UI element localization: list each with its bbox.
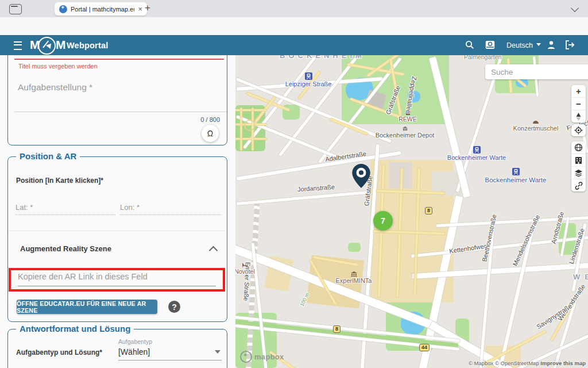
user-profile-icon[interactable] xyxy=(547,40,556,49)
street-label-jordanstrasse: Jordanstraße xyxy=(297,183,335,193)
menu-toggle-icon[interactable] xyxy=(14,41,22,50)
map-attribution[interactable]: © Mapbox © OpenStreetMap Improve this ma… xyxy=(469,360,586,366)
buildings-layer-button[interactable] xyxy=(571,154,586,167)
lon-label: Lon: * xyxy=(120,203,222,212)
divider xyxy=(9,231,225,231)
task-text-card: Titel muss vergeben werden Aufgabenstell… xyxy=(7,55,227,145)
answer-format-card: Antwortformat und Lösung Aufgabentyp und… xyxy=(7,329,227,368)
mapbox-logo[interactable]: mapbox xyxy=(240,351,284,363)
ubahn-station-icon xyxy=(305,72,312,80)
map-search-placeholder: Suche xyxy=(491,68,513,76)
hotel-icon xyxy=(242,263,247,267)
compass-logo-icon xyxy=(38,37,56,55)
poi-label-novotel: Novotel xyxy=(235,263,262,275)
zoom-in-button[interactable]: + xyxy=(571,85,586,98)
tab-title: Portal | mathcitymap.eu xyxy=(71,6,134,13)
poi-label-bockenheimer-depot: Bockenheimer Depot xyxy=(368,126,442,139)
site-favicon xyxy=(59,5,67,13)
compass-control-button[interactable] xyxy=(571,110,586,122)
map-tools-group xyxy=(571,141,586,191)
lat-field[interactable]: Lat: * xyxy=(16,203,115,215)
section-legend-answer-format: Antwortformat und Lösung xyxy=(16,324,134,334)
lon-field[interactable]: Lon: * xyxy=(120,203,222,215)
ar-link-placeholder: Kopiere den AR Link in dieses Feld xyxy=(18,272,216,281)
collapse-chevron-icon[interactable] xyxy=(209,246,218,255)
help-button[interactable]: ? xyxy=(168,301,180,313)
share-link-button[interactable] xyxy=(571,179,586,191)
route-shield-44: 44 xyxy=(419,344,430,351)
open-educatar-button[interactable]: ÖFFNE EDUCATAR.EU FÜR EINE NEUE AR SZENE xyxy=(17,300,157,314)
task-type-select[interactable]: [Wählen] xyxy=(118,347,222,356)
task-description-input[interactable]: Aufgabenstellung * xyxy=(14,78,227,112)
task-cluster-marker[interactable]: 7 xyxy=(373,211,393,231)
layers-icon xyxy=(574,169,583,177)
task-description-placeholder: Aufgabenstellung * xyxy=(14,78,227,93)
select-caret-icon xyxy=(215,350,220,356)
search-icon[interactable] xyxy=(465,40,474,49)
mapbox-wordmark: mapbox xyxy=(254,352,284,361)
district-label-bockenheim: BOCKENHEIM xyxy=(280,55,365,60)
layers-button[interactable] xyxy=(571,167,586,179)
ubahn-station-icon xyxy=(473,146,481,154)
ar-link-highlight-annotation: Kopiere den AR Link in dieses Feld xyxy=(9,268,225,292)
attribution-osm[interactable]: © OpenStreetMap xyxy=(495,360,539,366)
chevron-down-icon xyxy=(536,43,541,48)
task-type-value: [Wählen] xyxy=(118,347,222,356)
link-icon xyxy=(575,182,583,190)
inbox-icon[interactable] xyxy=(485,40,495,49)
new-tab-button[interactable]: + xyxy=(145,2,150,14)
logo-letter-m2: M xyxy=(56,38,65,52)
sidebar-toggle-icon[interactable] xyxy=(9,4,22,14)
task-form-panel: Titel muss vergeben werden Aufgabenstell… xyxy=(0,55,235,368)
geolocate-button[interactable] xyxy=(571,124,586,136)
geolocate-icon xyxy=(574,126,583,135)
ar-link-input[interactable]: Kopiere den AR Link in dieses Feld xyxy=(18,272,216,287)
globe-layer-button[interactable] xyxy=(571,141,586,154)
special-characters-button[interactable]: Ω xyxy=(202,125,219,142)
attribution-improve-link[interactable]: Improve this map xyxy=(540,360,586,366)
position-label: Position [In Karte klicken]* xyxy=(16,177,103,185)
museum-icon xyxy=(351,271,357,277)
title-error-message: Titel muss vergeben werden xyxy=(18,63,98,70)
browser-tab-bar: Portal | mathcitymap.eu × + xyxy=(0,0,588,18)
station-label-bockenheimer-warte-1: Bockenheimer Warte xyxy=(439,146,514,162)
compass-needle-icon xyxy=(575,113,582,121)
theater-icon xyxy=(403,126,408,131)
language-selector[interactable]: Deutsch xyxy=(506,41,541,49)
zoom-control-group: + − xyxy=(571,85,586,122)
tab-close-icon[interactable]: × xyxy=(138,5,142,13)
title-input-error-underline xyxy=(14,59,224,60)
poi-label-experiminta: ExperiMINTa xyxy=(319,271,388,284)
station-label-leipziger-strasse: Leipziger Straße xyxy=(262,72,354,87)
app-header: M M Webportal Deutsch xyxy=(0,35,588,55)
station-label-bockenheimer-warte-2: Bockenheimer Warte xyxy=(475,168,556,184)
logout-icon[interactable] xyxy=(565,40,575,49)
poi-label-konzertmuschel: Konzertmuschel xyxy=(498,120,573,132)
tab-list-chevron-icon[interactable] xyxy=(571,4,579,12)
district-label-westend: WESTEND xyxy=(573,273,588,281)
attribution-mapbox[interactable]: © Mapbox xyxy=(469,360,493,366)
char-counter: 0 / 800 xyxy=(200,116,220,123)
task-position-marker-pin[interactable] xyxy=(352,164,370,188)
language-label: Deutsch xyxy=(506,41,533,49)
globe-icon xyxy=(574,143,583,152)
lat-label: Lat: * xyxy=(16,203,115,212)
browser-tab[interactable]: Portal | mathcitymap.eu × xyxy=(55,2,147,16)
park-label-palmengarten: Palmengarten xyxy=(464,55,501,60)
geolocate-control-group xyxy=(571,124,586,136)
route-shield-8b: 8 xyxy=(333,325,341,333)
ar-scene-header: Augmented Reality Szene xyxy=(20,244,111,253)
browser-nav-bar: ← → ⟳ https://mathcitymap.eu/de/portal/#… xyxy=(0,17,588,36)
building-icon xyxy=(575,156,582,164)
route-shield-8: 8 xyxy=(425,207,432,214)
position-ar-card: Position & AR Position [In Karte klicken… xyxy=(7,156,227,322)
map-canvas[interactable]: BOCKENHEIM WESTEND Palmengarten Leipzige… xyxy=(235,55,588,368)
task-type-label: Aufgabentyp und Lösung* xyxy=(16,348,102,356)
task-type-field-label: Aufgabentyp xyxy=(118,338,152,345)
mapbox-logo-icon xyxy=(240,351,252,363)
map-search-input[interactable]: Suche xyxy=(485,64,588,79)
application-window: Portal | mathcitymap.eu × + ← → ⟳ https:… xyxy=(0,0,588,368)
bandshell-icon xyxy=(533,120,539,124)
section-legend-position-ar: Position & AR xyxy=(16,151,80,161)
zoom-out-button[interactable]: − xyxy=(571,98,586,110)
